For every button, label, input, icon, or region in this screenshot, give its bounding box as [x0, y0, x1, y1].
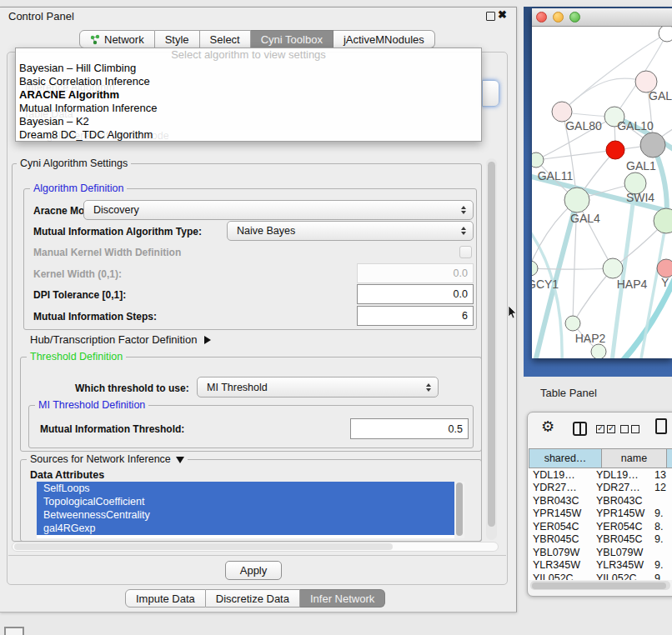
apply-button[interactable]: Apply [225, 561, 282, 580]
tab-select[interactable]: Select [200, 30, 251, 48]
tab-jactivemnodules[interactable]: jActiveMNodules [333, 30, 435, 48]
attribute-list-item[interactable]: gal4RGexp [37, 522, 454, 535]
node-label: GAL [649, 89, 672, 102]
node-label: SWI4 [626, 191, 654, 204]
close-icon[interactable]: ✖ [498, 8, 507, 21]
table-column-header[interactable]: name [602, 448, 667, 468]
table-cell: YLR345W [592, 559, 650, 571]
table-cell: 13 [650, 469, 672, 481]
network-node[interactable] [640, 132, 665, 158]
tab-label: Cyni Toolbox [261, 33, 323, 46]
mi-type-select[interactable]: Naive Bayes [227, 221, 474, 241]
attribute-list-item[interactable]: TopologicalCoefficient [37, 495, 454, 508]
column-browser-icon[interactable] [573, 422, 587, 436]
deselect-all-icon[interactable] [620, 425, 639, 433]
network-node-hap4[interactable] [603, 258, 623, 278]
dpi-tolerance-input[interactable]: 0.0 [357, 284, 474, 304]
manual-kernel-checkbox[interactable] [459, 246, 472, 258]
network-edge [532, 225, 562, 358]
table-row[interactable]: YDR27…YDR27…12 [529, 482, 672, 495]
algorithm-option[interactable]: Dream8 DC_TDC Algorithm [16, 128, 481, 142]
tab-label: jActiveMNodules [344, 33, 424, 46]
minimize-traffic-light-icon[interactable] [553, 12, 564, 22]
algorithm-option[interactable]: Mutual Information Inference [16, 102, 481, 115]
table-column-header[interactable]: A [667, 448, 672, 468]
table-row[interactable]: YLR345WYLR345W9. [529, 559, 672, 572]
algorithm-option[interactable]: Basic Correlation Inference [16, 75, 481, 88]
table-cell: 9. [650, 559, 672, 571]
tab-impute-data[interactable]: Impute Data [125, 589, 206, 608]
table-column-header[interactable]: shared… [529, 448, 602, 468]
close-traffic-light-icon[interactable] [536, 12, 547, 22]
tab-label: Discretize Data [216, 592, 289, 605]
data-attributes-list[interactable]: SelfLoopsTopologicalCoefficientBetweenne… [37, 482, 464, 538]
network-node[interactable] [659, 27, 672, 42]
algorithm-option[interactable]: ARACNE Algorithm [16, 88, 481, 102]
horizontal-scrollbar[interactable] [12, 542, 499, 552]
node-label: GAL11 [538, 169, 574, 182]
algorithm-option[interactable]: Bayesian – K2 [16, 115, 481, 128]
which-threshold-label: Which threshold to use: [75, 382, 189, 394]
tab-discretize-data[interactable]: Discretize Data [206, 589, 300, 608]
table-row[interactable]: YIL052CYIL052C9. [529, 572, 672, 580]
table-row[interactable]: YBR043CYBR043C [529, 494, 672, 508]
aracne-mode-select[interactable]: Discovery [83, 200, 474, 220]
table-cell: YBR043C [529, 495, 592, 507]
table-cell: YIL052C [592, 572, 650, 580]
network-canvas[interactable]: GALGAL80GAL10GAL1GAL11GAL4SWI4GCY1HAP4YH… [532, 27, 672, 358]
select-all-icon[interactable]: ✓✓ [596, 425, 615, 433]
tab-cyni-toolbox[interactable]: Cyni Toolbox [251, 30, 333, 48]
algorithm-dropdown-list[interactable]: Select algorithm to view settings Bayesi… [15, 48, 482, 142]
kernel-width-label: Kernel Width (0,1): [33, 268, 122, 280]
table-row[interactable]: YBR045CYBR045C9. [529, 533, 672, 547]
kernel-width-input[interactable]: 0.0 [357, 263, 474, 283]
table-body: YDL19…YDL19…13YDR27…YDR27…12YBR043CYBR04… [529, 468, 672, 580]
divider [8, 555, 506, 556]
mi-threshold-input[interactable]: 0.5 [350, 418, 469, 439]
table-cell: YBR043C [592, 495, 650, 507]
table-cell: YLR345W [529, 559, 592, 571]
network-node-y[interactable] [657, 259, 672, 278]
table-cell: YBL079W [592, 547, 650, 558]
mi-threshold-group-title: MI Threshold Definition [35, 399, 148, 411]
table-row[interactable]: YPR145WYPR145W9. [529, 508, 672, 521]
node-label: HAP4 [617, 278, 648, 291]
table-cell: 12 [650, 482, 672, 493]
hub-definition-expander[interactable]: Hub/Transcription Factor Definition [30, 333, 211, 346]
float-window-icon[interactable] [486, 12, 495, 21]
vertical-scrollbar-thumb[interactable] [488, 162, 495, 527]
minimized-panel-icon[interactable] [4, 627, 24, 635]
table-cell: YBR045C [529, 533, 592, 545]
export-table-icon[interactable] [655, 418, 667, 434]
algorithm-dropdown-placeholder: Select algorithm to view settings [16, 48, 481, 62]
tab-infer-network[interactable]: Infer Network [300, 589, 385, 608]
network-node-gal11[interactable] [532, 152, 544, 168]
gear-icon[interactable]: ⚙ [541, 419, 554, 434]
zoom-traffic-light-icon[interactable] [569, 12, 580, 22]
node-label: GAL1 [626, 159, 656, 172]
tab-network[interactable]: Network [79, 30, 155, 48]
tab-style[interactable]: Style [155, 30, 200, 48]
table-cell: 9. [650, 508, 672, 519]
collapse-arrow-icon[interactable] [176, 457, 184, 463]
list-scrollbar[interactable] [454, 482, 464, 538]
table-cell: YIL052C [529, 572, 592, 580]
network-node-gal4[interactable] [564, 188, 589, 212]
network-node-hap2[interactable] [565, 316, 580, 331]
mi-steps-input[interactable]: 6 [357, 306, 474, 326]
algorithm-option[interactable]: Bayesian – Hill Climbing [16, 62, 481, 75]
table-row[interactable]: YER054CYER054C8. [529, 520, 672, 533]
table-horizontal-scrollbar[interactable] [530, 581, 670, 590]
table-cell: YBR045C [592, 533, 650, 545]
network-node[interactable] [606, 141, 624, 159]
table-row[interactable]: YDL19…YDL19…13 [529, 468, 672, 482]
attribute-list-item[interactable]: SelfLoops [37, 482, 454, 495]
which-threshold-select[interactable]: MI Threshold [197, 377, 439, 398]
table-cell: YDL19… [592, 469, 650, 481]
table-cell: YBL079W [529, 547, 592, 558]
network-node-gcy1[interactable] [532, 261, 538, 276]
table-row[interactable]: YBL079WYBL079W [529, 546, 672, 559]
network-node-swi4[interactable] [654, 208, 672, 233]
attribute-list-item[interactable]: BetweennessCentrality [37, 508, 454, 522]
network-node[interactable] [591, 344, 606, 358]
